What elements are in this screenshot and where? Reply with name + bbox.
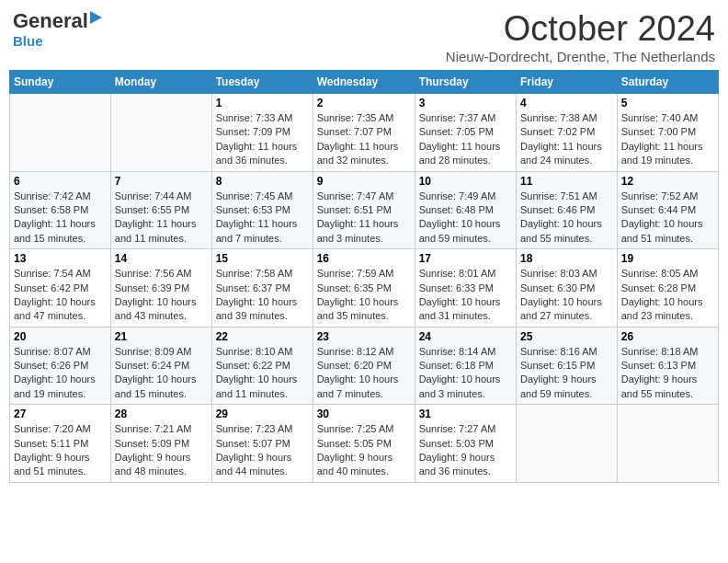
day-info: Sunrise: 7:44 AM Sunset: 6:55 PM Dayligh… — [115, 190, 208, 247]
day-cell — [10, 94, 111, 172]
day-number: 23 — [317, 330, 411, 343]
header-row: SundayMondayTuesdayWednesdayThursdayFrid… — [10, 71, 719, 94]
day-info: Sunrise: 7:38 AM Sunset: 7:02 PM Dayligh… — [520, 111, 613, 168]
day-number: 31 — [419, 408, 512, 420]
day-number: 16 — [317, 252, 411, 265]
logo: General Blue — [13, 9, 102, 49]
calendar-table: SundayMondayTuesdayWednesdayThursdayFrid… — [9, 70, 719, 483]
day-cell: 13Sunrise: 7:54 AM Sunset: 6:42 PM Dayli… — [10, 249, 111, 327]
col-header-wednesday: Wednesday — [313, 71, 415, 94]
week-row-1: 1Sunrise: 7:33 AM Sunset: 7:09 PM Daylig… — [10, 94, 719, 172]
calendar-body: 1Sunrise: 7:33 AM Sunset: 7:09 PM Daylig… — [10, 94, 719, 483]
day-cell: 21Sunrise: 8:09 AM Sunset: 6:24 PM Dayli… — [110, 327, 211, 405]
day-info: Sunrise: 7:45 AM Sunset: 6:53 PM Dayligh… — [216, 190, 309, 247]
day-info: Sunrise: 7:47 AM Sunset: 6:51 PM Dayligh… — [317, 190, 411, 247]
day-cell: 19Sunrise: 8:05 AM Sunset: 6:28 PM Dayli… — [617, 249, 718, 327]
day-info: Sunrise: 8:10 AM Sunset: 6:22 PM Dayligh… — [216, 345, 309, 402]
day-cell: 15Sunrise: 7:58 AM Sunset: 6:37 PM Dayli… — [211, 249, 313, 327]
week-row-5: 27Sunrise: 7:20 AM Sunset: 5:11 PM Dayli… — [10, 405, 719, 483]
day-info: Sunrise: 7:49 AM Sunset: 6:48 PM Dayligh… — [419, 190, 512, 247]
day-cell: 9Sunrise: 7:47 AM Sunset: 6:51 PM Daylig… — [313, 171, 415, 249]
day-info: Sunrise: 8:03 AM Sunset: 6:30 PM Dayligh… — [520, 267, 613, 324]
day-info: Sunrise: 7:42 AM Sunset: 6:58 PM Dayligh… — [14, 190, 107, 247]
day-cell: 25Sunrise: 8:16 AM Sunset: 6:15 PM Dayli… — [517, 327, 618, 405]
day-info: Sunrise: 7:56 AM Sunset: 6:39 PM Dayligh… — [115, 267, 208, 324]
day-number: 6 — [14, 175, 107, 188]
col-header-friday: Friday — [517, 71, 618, 94]
day-info: Sunrise: 7:25 AM Sunset: 5:05 PM Dayligh… — [317, 422, 411, 479]
day-cell: 17Sunrise: 8:01 AM Sunset: 6:33 PM Dayli… — [415, 249, 516, 327]
day-cell: 18Sunrise: 8:03 AM Sunset: 6:30 PM Dayli… — [517, 249, 618, 327]
day-cell: 1Sunrise: 7:33 AM Sunset: 7:09 PM Daylig… — [211, 94, 313, 172]
day-cell: 26Sunrise: 8:18 AM Sunset: 6:13 PM Dayli… — [617, 327, 718, 405]
calendar-header: SundayMondayTuesdayWednesdayThursdayFrid… — [10, 71, 719, 94]
day-cell: 31Sunrise: 7:27 AM Sunset: 5:03 PM Dayli… — [415, 405, 516, 483]
day-number: 22 — [216, 330, 309, 343]
col-header-tuesday: Tuesday — [211, 71, 313, 94]
week-row-4: 20Sunrise: 8:07 AM Sunset: 6:26 PM Dayli… — [10, 327, 719, 405]
col-header-sunday: Sunday — [10, 71, 111, 94]
day-number: 13 — [14, 252, 107, 265]
day-number: 15 — [216, 252, 309, 265]
day-cell: 7Sunrise: 7:44 AM Sunset: 6:55 PM Daylig… — [110, 171, 211, 249]
logo-arrow-icon — [90, 11, 102, 24]
day-number: 12 — [621, 175, 714, 188]
day-info: Sunrise: 7:20 AM Sunset: 5:11 PM Dayligh… — [14, 422, 107, 479]
day-info: Sunrise: 7:27 AM Sunset: 5:03 PM Dayligh… — [419, 422, 512, 479]
day-cell: 20Sunrise: 8:07 AM Sunset: 6:26 PM Dayli… — [10, 327, 111, 405]
day-info: Sunrise: 7:58 AM Sunset: 6:37 PM Dayligh… — [216, 267, 309, 324]
day-number: 3 — [419, 97, 512, 109]
day-number: 14 — [115, 252, 208, 265]
day-number: 24 — [419, 330, 512, 343]
day-number: 9 — [317, 175, 411, 188]
day-cell: 24Sunrise: 8:14 AM Sunset: 6:18 PM Dayli… — [415, 327, 516, 405]
day-number: 5 — [621, 97, 714, 109]
day-number: 17 — [419, 252, 512, 265]
day-info: Sunrise: 8:09 AM Sunset: 6:24 PM Dayligh… — [115, 345, 208, 402]
day-cell: 11Sunrise: 7:51 AM Sunset: 6:46 PM Dayli… — [517, 171, 618, 249]
day-number: 26 — [621, 330, 714, 343]
day-cell: 16Sunrise: 7:59 AM Sunset: 6:35 PM Dayli… — [313, 249, 415, 327]
day-number: 19 — [621, 252, 714, 265]
day-cell: 30Sunrise: 7:25 AM Sunset: 5:05 PM Dayli… — [313, 405, 415, 483]
day-number: 20 — [14, 330, 107, 343]
day-info: Sunrise: 7:35 AM Sunset: 7:07 PM Dayligh… — [317, 111, 411, 168]
day-info: Sunrise: 7:33 AM Sunset: 7:09 PM Dayligh… — [216, 111, 309, 168]
day-cell — [110, 94, 211, 172]
day-cell: 29Sunrise: 7:23 AM Sunset: 5:07 PM Dayli… — [211, 405, 313, 483]
day-cell: 28Sunrise: 7:21 AM Sunset: 5:09 PM Dayli… — [110, 405, 211, 483]
day-number: 8 — [216, 175, 309, 188]
day-number: 7 — [115, 175, 208, 188]
day-number: 29 — [216, 408, 309, 420]
day-number: 18 — [520, 252, 613, 265]
day-cell: 27Sunrise: 7:20 AM Sunset: 5:11 PM Dayli… — [10, 405, 111, 483]
day-info: Sunrise: 7:40 AM Sunset: 7:00 PM Dayligh… — [621, 111, 714, 168]
logo-general: General — [13, 9, 88, 33]
day-cell — [617, 405, 718, 483]
day-cell: 4Sunrise: 7:38 AM Sunset: 7:02 PM Daylig… — [517, 94, 618, 172]
col-header-saturday: Saturday — [617, 71, 718, 94]
day-cell: 5Sunrise: 7:40 AM Sunset: 7:00 PM Daylig… — [617, 94, 718, 172]
day-cell: 22Sunrise: 8:10 AM Sunset: 6:22 PM Dayli… — [211, 327, 313, 405]
location-label: Nieuw-Dordrecht, Drenthe, The Netherland… — [446, 49, 715, 64]
day-number: 21 — [115, 330, 208, 343]
day-info: Sunrise: 8:07 AM Sunset: 6:26 PM Dayligh… — [14, 345, 107, 402]
day-info: Sunrise: 8:12 AM Sunset: 6:20 PM Dayligh… — [317, 345, 411, 402]
day-number: 4 — [520, 97, 613, 109]
day-number: 1 — [216, 97, 309, 109]
page-header: General Blue October 2024 Nieuw-Dordrech… — [9, 9, 719, 64]
day-info: Sunrise: 7:59 AM Sunset: 6:35 PM Dayligh… — [317, 267, 411, 324]
day-info: Sunrise: 7:23 AM Sunset: 5:07 PM Dayligh… — [216, 422, 309, 479]
title-block: October 2024 Nieuw-Dordrecht, Drenthe, T… — [446, 9, 715, 64]
week-row-3: 13Sunrise: 7:54 AM Sunset: 6:42 PM Dayli… — [10, 249, 719, 327]
day-info: Sunrise: 8:18 AM Sunset: 6:13 PM Dayligh… — [621, 345, 714, 402]
day-info: Sunrise: 7:51 AM Sunset: 6:46 PM Dayligh… — [520, 190, 613, 247]
week-row-2: 6Sunrise: 7:42 AM Sunset: 6:58 PM Daylig… — [10, 171, 719, 249]
day-cell: 14Sunrise: 7:56 AM Sunset: 6:39 PM Dayli… — [110, 249, 211, 327]
day-info: Sunrise: 8:14 AM Sunset: 6:18 PM Dayligh… — [419, 345, 512, 402]
day-cell: 8Sunrise: 7:45 AM Sunset: 6:53 PM Daylig… — [211, 171, 313, 249]
col-header-monday: Monday — [110, 71, 211, 94]
day-info: Sunrise: 8:16 AM Sunset: 6:15 PM Dayligh… — [520, 345, 613, 402]
day-number: 27 — [14, 408, 107, 420]
day-info: Sunrise: 8:05 AM Sunset: 6:28 PM Dayligh… — [621, 267, 714, 324]
